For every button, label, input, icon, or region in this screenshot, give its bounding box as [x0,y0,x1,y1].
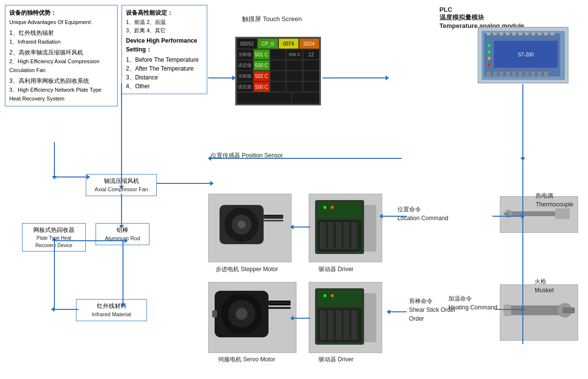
svg-rect-4 [499,32,503,35]
svg-point-45 [331,206,334,209]
svg-point-63 [323,294,326,297]
location-command-en: Location Command [397,214,448,223]
svg-rect-54 [212,310,217,317]
ts-row-3: 设定值 500 C [237,60,319,71]
plc-svg: S7-200 [479,28,567,82]
stepper-motor-en: Stepper Motor [241,266,278,273]
driver1-svg [310,195,381,261]
ts-cell-3-3 [270,60,287,71]
infrared-material-en: Infrared Material [80,310,143,319]
svg-point-25 [488,57,490,60]
svg-rect-18 [518,72,522,76]
svg-rect-43 [351,222,357,249]
svg-rect-73 [504,304,511,316]
svg-rect-15 [499,72,503,76]
left-item-1: 1、红外线热辐射 1、Infrared Radiation [9,28,113,46]
svg-rect-13 [487,72,490,76]
ts-cell-1-2: CP_0 [257,38,278,49]
ts-cell-4-1: 当前值 [237,71,253,81]
left-item-1-cn: 1、红外线热辐射 [9,29,54,36]
arrow-to-heating [495,309,522,310]
svg-rect-3 [493,32,497,35]
driver2-en: Driver [338,356,353,363]
driver2-cn: 驱动器 [318,356,336,363]
touchscreen-label: 触摸屏 Touch Screen [233,15,311,24]
page-container: 设备的独特优势： Unique Advantages Of Equipment:… [0,0,588,379]
right-box-title: 设备高性能设定： [126,8,203,17]
ts-cell-5-3 [270,81,287,92]
svg-rect-72 [563,307,575,313]
right-item-1: 1、Before The Temperature [126,55,203,64]
servo-motor-en: Servo Motor [243,356,275,363]
ts-cell-6-1 [237,92,292,103]
svg-rect-5 [506,32,510,35]
left-item-2-cn: 2、高效率轴流压缩循环风机 [9,49,83,56]
svg-point-23 [488,44,490,47]
arrow-to-thermocouple [492,216,522,217]
ts-cell-5-4 [286,81,303,92]
svg-rect-10 [538,32,541,35]
musket-cn: 火枪 [535,277,554,286]
svg-rect-60 [336,310,342,340]
plc-image: S7-200 [478,27,568,83]
thermocouple-label: 热电偶 Thermocouple [536,191,573,209]
left-item-3-en: 3、High Efficiency Network Plate Type Hea… [9,87,101,101]
ts-cell-1-3: 0074 [278,38,299,49]
heating-command-label: 加温命令 Heating Command [448,294,497,312]
ts-cell-1-1: 00052 [237,38,257,49]
ts-row-1: 00052 CP_0 0074 0024 [237,38,319,49]
svg-rect-65 [364,293,376,342]
svg-rect-56 [318,291,362,305]
location-command-label: 位置命令 Location Command [397,205,448,223]
arrow-fan-down [121,194,122,226]
left-box-subtitle: Unique Advantages Of Equipment: [9,18,113,26]
svg-rect-20 [531,72,535,76]
ts-cell-5-2: 500 C [253,81,270,92]
svg-rect-7 [518,32,522,35]
arrow-driver2-to-servo [293,318,310,319]
right-item-4: 4、Other [126,82,203,91]
touchscreen-display: 00052 CP_0 0074 0024 当前值 501 C 500 C 12 … [235,37,321,105]
touchscreen-cn: 触摸屏 [242,15,261,23]
svg-rect-9 [531,32,535,35]
left-item-3: 3、高利用率网板式热回收系统 3、High Efficiency Network… [9,76,113,103]
plc-title: PLC [440,6,524,13]
arrow-alum-down [122,240,123,304]
arrow-loc-to-driver1 [382,216,407,217]
plc-subtitle-cn: 温度模拟量模块 [440,13,524,22]
driver1-image [309,194,382,262]
right-info-box: 设备高性能设定： 1、前温 2、后温 3、距离 4、其它 Device High… [122,5,207,94]
ts-row-2: 当前值 501 C 500 C 12 [237,49,319,60]
arrow-right-vertical [522,158,523,344]
svg-rect-8 [525,32,529,35]
svg-text:S7-200: S7-200 [517,52,534,57]
shear-stick-en2: Order [409,314,456,323]
svg-point-44 [323,206,326,209]
ts-cell-2-3 [270,49,287,60]
arrow-infrared-to-plate [54,309,78,310]
svg-rect-37 [318,202,362,217]
right-box-subtitle-en: Device High Performance Setting： [126,36,203,54]
ts-cell-5-5 [303,81,319,92]
right-item-2: 2、After The Temperature [126,64,203,73]
svg-rect-67 [555,208,570,219]
svg-rect-59 [328,310,334,340]
svg-rect-70 [504,305,563,315]
touchscreen-en: Touch Screen [263,15,302,23]
heating-command-cn: 加温命令 [448,294,497,303]
ts-cell-4-5 [303,71,319,81]
ts-cell-2-5: 12 [303,49,319,60]
svg-rect-41 [336,222,342,249]
svg-rect-6 [512,32,516,35]
arrow-plate-to-alum [54,240,125,241]
stepper-motor-svg [210,195,291,261]
arrow-plate-up [54,240,55,309]
ts-row-6 [237,92,319,103]
svg-point-24 [488,51,490,53]
svg-rect-40 [328,222,334,249]
arrow-ts-to-plc [322,77,386,78]
left-item-2-en: 2、High Efficiency Axial Compression Circ… [9,58,99,73]
arrow-fan-to-motor [157,183,211,184]
right-box-cn1: 1、前温 2、后温 [126,18,203,26]
ts-cell-4-2: 502 C [253,71,270,81]
